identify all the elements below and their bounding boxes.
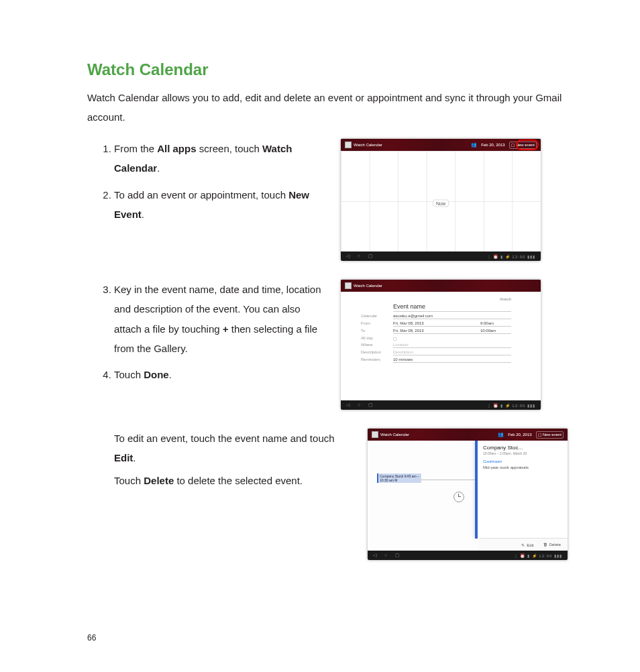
delete-button[interactable]: Delete: [543, 543, 561, 547]
tablet-top-bar: Watch Calendar Feb 20, 2013 New event: [341, 139, 541, 151]
screenshot-event-detail: Watch Calendar Feb 20, 2013 New event Co…: [368, 429, 568, 560]
event-title: Company Stoc...: [483, 445, 562, 451]
event-name-field[interactable]: Event name: [393, 303, 511, 312]
group-icon: [498, 432, 504, 437]
step-4: Touch Done.: [114, 365, 329, 384]
calendar-grid-body[interactable]: Now: [341, 151, 541, 251]
calendar-icon: [345, 142, 352, 148]
event-location: Courtroom: [483, 459, 562, 463]
step-1: From the All apps screen, touch Watch Ca…: [114, 139, 329, 178]
section-heading: Watch Calendar: [87, 60, 593, 79]
nav-home-icon[interactable]: ○: [358, 254, 360, 258]
step-2: To add an event or appointment, touch Ne…: [114, 185, 329, 225]
status-tray: ⋮ ⏰ ▮ ⚡ 12:00 ▮▮▮: [514, 553, 562, 558]
topbar-date: Feb 20, 2013: [481, 143, 504, 147]
topbar-date: Feb 20, 2013: [508, 433, 531, 437]
tablet-top-bar: Watch Calendar: [341, 280, 541, 292]
screenshot-calendar-grid: Watch Calendar Feb 20, 2013 New event No…: [341, 139, 541, 261]
clock-icon: [454, 492, 464, 502]
nav-back-icon[interactable]: ◁: [346, 254, 350, 258]
nav-back-icon[interactable]: ◁: [373, 553, 376, 557]
app-title: Watch Calendar: [354, 284, 382, 288]
edit-button[interactable]: Edit: [521, 543, 533, 547]
tablet-nav-bar: ◁ ○ ▢ ⋮ ⏰ ▮ ⚡ 12:00 ▮▮▮: [368, 551, 568, 560]
nav-recent-icon[interactable]: ▢: [395, 553, 400, 557]
steps-col: Key in the event name, date and time, lo…: [87, 280, 329, 391]
edit-delete-note: To edit an event, touch the event name a…: [87, 429, 356, 493]
group-icon: [471, 142, 477, 148]
app-title: Watch Calendar: [354, 143, 382, 147]
event-subtitle: 10:00am – 1:00pm, March 20: [483, 451, 562, 455]
nav-home-icon[interactable]: ○: [384, 553, 387, 557]
new-event-button[interactable]: New event: [509, 142, 537, 149]
block-steps-1-2: From the All apps screen, touch Watch Ca…: [87, 139, 593, 261]
detail-actions: Edit Delete: [479, 538, 568, 551]
status-tray: ⋮ ⏰ ▮ ⚡ 12:00 ▮▮▮: [487, 403, 535, 408]
steps-col: From the All apps screen, touch Watch Ca…: [87, 139, 329, 231]
event-view-body[interactable]: Company Stock 9:45 am – 10:30 am M Compa…: [368, 441, 568, 551]
manual-page: Watch Calendar Watch Calendar allows you…: [0, 0, 640, 672]
screenshot-event-form: Watch Calendar + Event name Attach Calen…: [341, 280, 541, 410]
tablet-nav-bar: ◁ ○ ▢ ⋮ ⏰ ▮ ⚡ 12:00 ▮▮▮: [341, 251, 541, 261]
nav-home-icon[interactable]: ○: [358, 402, 360, 407]
block-edit-delete: To edit an event, touch the event name a…: [87, 429, 593, 560]
page-number: 66: [87, 633, 96, 642]
step-3: Key in the event name, date and time, lo…: [114, 280, 329, 358]
nav-recent-icon[interactable]: ▢: [368, 254, 373, 258]
nav-recent-icon[interactable]: ▢: [368, 402, 373, 407]
event-chip[interactable]: Company Stock 9:45 am – 10:30 am M: [377, 473, 421, 483]
status-tray: ⋮ ⏰ ▮ ⚡ 12:00 ▮▮▮: [487, 254, 535, 259]
calendar-icon: [345, 282, 352, 289]
event-detail-pane: Company Stoc... 10:00am – 1:00pm, March …: [475, 441, 568, 539]
tablet-nav-bar: ◁ ○ ▢ ⋮ ⏰ ▮ ⚡ 12:00 ▮▮▮: [341, 400, 541, 410]
block-steps-3-4: Key in the event name, date and time, lo…: [87, 280, 593, 410]
attach-label[interactable]: Attach: [480, 297, 511, 301]
event-description: Mid-year stock appraisals: [483, 465, 562, 469]
tablet-top-bar: Watch Calendar Feb 20, 2013 New event: [368, 429, 568, 441]
intro-paragraph: Watch Calendar allows you to add, edit a…: [87, 89, 593, 127]
nav-back-icon[interactable]: ◁: [346, 402, 350, 407]
app-title: Watch Calendar: [380, 433, 409, 437]
event-form-body[interactable]: Event name Attach Calendarasustko.a@gmai…: [341, 292, 541, 400]
new-event-button[interactable]: New event: [536, 431, 564, 439]
now-pill: Now: [433, 200, 449, 207]
calendar-icon: [372, 431, 378, 438]
